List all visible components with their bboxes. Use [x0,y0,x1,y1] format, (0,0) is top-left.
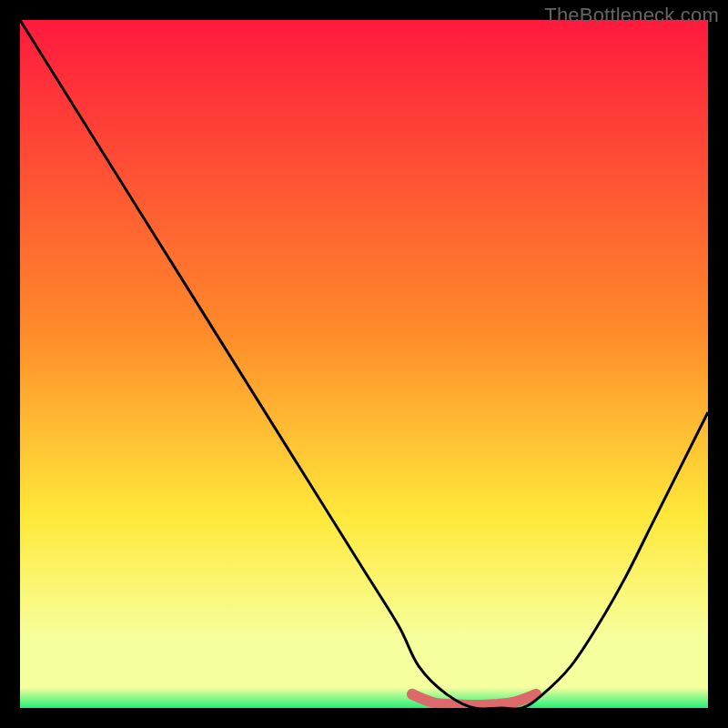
watermark-text: TheBottleneck.com [544,4,719,27]
plot-area [20,20,708,708]
chart-frame: TheBottleneck.com [0,0,728,728]
plot-svg [20,20,708,708]
gradient-background [20,20,708,708]
